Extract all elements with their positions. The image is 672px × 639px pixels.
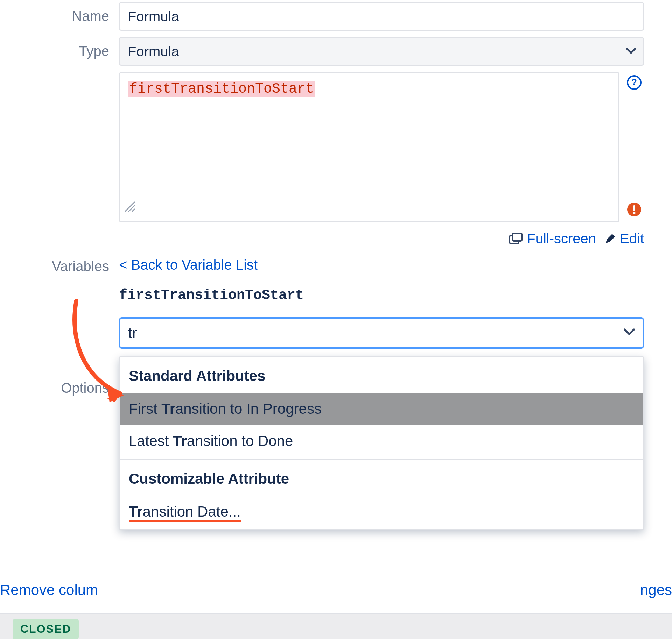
- dropdown-group-customizable: Customizable Attribute: [120, 460, 643, 496]
- formula-token: firstTransitionToStart: [128, 81, 315, 97]
- svg-line-1: [128, 205, 135, 212]
- chevron-down-icon: [626, 46, 636, 57]
- dropdown-option-transition-date[interactable]: Transition Date...: [120, 496, 643, 528]
- variable-name: firstTransitionToStart: [119, 287, 644, 303]
- resize-handle-icon[interactable]: [124, 200, 136, 219]
- changes-link-fragment[interactable]: nges: [640, 582, 672, 598]
- type-select-value: Formula: [128, 44, 179, 59]
- svg-rect-6: [633, 205, 635, 211]
- formula-editor[interactable]: firstTransitionToStart: [119, 72, 620, 222]
- attribute-dropdown: Standard Attributes First Transition to …: [119, 356, 644, 530]
- warning-icon: [626, 202, 642, 220]
- type-label: Type: [0, 37, 119, 59]
- dropdown-group-standard: Standard Attributes: [120, 357, 643, 393]
- status-bar: CLOSED: [0, 613, 672, 639]
- fullscreen-link[interactable]: Full-screen: [527, 231, 596, 247]
- svg-rect-9: [513, 233, 522, 241]
- svg-text:?: ?: [631, 77, 637, 87]
- options-label: Options: [0, 355, 119, 396]
- dropdown-option-latest-transition-done[interactable]: Latest Transition to Done: [120, 425, 643, 457]
- svg-point-7: [633, 212, 636, 214]
- edit-link[interactable]: Edit: [620, 231, 644, 247]
- variables-label: Variables: [0, 253, 119, 274]
- remove-column-link-fragment[interactable]: Remove colum: [0, 582, 98, 598]
- back-to-variable-list-link[interactable]: < Back to Variable List: [119, 257, 258, 273]
- svg-line-2: [132, 209, 135, 212]
- name-input[interactable]: [119, 2, 644, 31]
- status-badge-closed: CLOSED: [13, 619, 79, 639]
- dropdown-option-first-transition-in-progress[interactable]: First Transition to In Progress: [120, 393, 643, 425]
- help-icon[interactable]: ?: [626, 75, 642, 93]
- name-label: Name: [0, 2, 119, 24]
- type-select[interactable]: Formula: [119, 37, 644, 66]
- variable-attribute-search-input[interactable]: [119, 317, 644, 349]
- chevron-down-icon[interactable]: [624, 327, 635, 339]
- pencil-icon: [604, 233, 616, 245]
- fullscreen-icon: [509, 233, 523, 245]
